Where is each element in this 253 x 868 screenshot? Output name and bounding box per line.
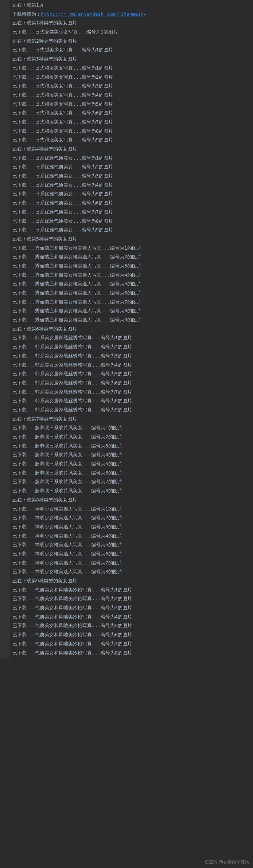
download-item: 已下载...超养眼日系胶片风美女...编号为3的图片	[12, 442, 250, 451]
download-item: 已下载...韩系美女居家黑丝诱惑写真...编号为5的图片	[12, 370, 250, 379]
download-item: 已下载...秀丽端庄和服美女唯美迷人写真...编号为6的图片	[12, 289, 250, 298]
category-heading: 正在下载第2种类型的美女图片	[12, 37, 250, 46]
download-item: 已下载...韩系美女居家黑丝诱惑写真...编号为4的图片	[12, 361, 250, 370]
download-item: 已下载...韩系美女居家黑丝诱惑写真...编号为9的图片	[12, 406, 250, 415]
download-item: 已下载...秀丽端庄和服美女唯美迷人写真...编号为4的图片	[12, 271, 250, 280]
download-item: 已下载...日系优雅气质美女...编号为5的图片	[12, 189, 250, 199]
download-item: 已下载...日系优雅气质美女...编号为4的图片	[12, 181, 250, 190]
download-item: 已下载...神明少女唯美迷人写真...编号为2的图片	[12, 513, 250, 523]
category-heading: 正在下载第5种类型的美女图片	[12, 235, 250, 244]
output-line: 正在下载第1页	[12, 1, 250, 10]
download-item: 已下载...气质美女和风唯美冷艳写真...编号为8的图片	[12, 649, 250, 658]
download-item: 已下载...秀丽端庄和服美女唯美迷人写真...编号为8的图片	[12, 306, 250, 316]
download-item: 已下载...日系优雅气质美女...编号为1的图片	[12, 154, 250, 163]
category-heading: 正在下载第1种类型的美女图片	[12, 19, 250, 28]
download-item: 已下载...日系优雅气质美女...编号为7的图片	[12, 208, 250, 217]
console-output: 正在下载第1页 下载链接为：https://m.mm.enterdesk.com…	[10, 0, 253, 658]
download-item: 已下载...气质美女和风唯美冷艳写真...编号为7的图片	[12, 640, 250, 649]
download-item: 已下载...日式和服美女写真...编号为3的图片	[12, 82, 250, 91]
category-heading: 正在下载第9种类型的美女图片	[12, 576, 250, 586]
download-item: 已下载...气质美女和风唯美冷艳写真...编号为2的图片	[12, 594, 250, 603]
download-url[interactable]: https://m.mm.enterdesk.com/rihanmeinv	[41, 11, 147, 17]
download-item: 已下载...神明少女唯美迷人写真...编号为4的图片	[12, 532, 250, 541]
download-item: 已下载...日系优雅气质美女...编号为6的图片	[12, 199, 250, 208]
download-item: 已下载...韩系美女居家黑丝诱惑写真...编号为1的图片	[12, 333, 250, 343]
download-item: 已下载...日系优雅气质美女...编号为3的图片	[12, 172, 250, 181]
download-item: 已下载...神明少女唯美迷人写真...编号为5的图片	[12, 540, 250, 550]
download-item: 已下载...气质美女和风唯美冷艳写真...编号为1的图片	[12, 586, 250, 595]
download-item: 已下载...秀丽端庄和服美女唯美迷人写真...编号为9的图片	[12, 316, 250, 325]
download-item: 已下载...秀丽端庄和服美女唯美迷人写真...编号为2的图片	[12, 253, 250, 262]
download-item: 已下载...日式和服美女写真...编号为4的图片	[12, 91, 250, 100]
download-item: 已下载...韩系美女居家黑丝诱惑写真...编号为3的图片	[12, 352, 250, 361]
download-item: 已下载...神明少女唯美迷人写真...编号为6的图片	[12, 550, 250, 559]
category-heading: 正在下载第4种类型的美女图片	[12, 145, 250, 154]
download-item: 已下载...日式和服美女写真...编号为2的图片	[12, 73, 250, 82]
category-heading: 正在下载第3种类型的美女图片	[12, 55, 250, 64]
download-item: 已下载...韩系美女居家黑丝诱惑写真...编号为2的图片	[12, 343, 250, 352]
category-heading: 正在下载第6种类型的美女图片	[12, 325, 250, 334]
url-prefix: 下载链接为：	[12, 11, 41, 17]
category-heading: 正在下载第7种类型的美女图片	[12, 415, 250, 424]
download-item: 已下载...日系优雅气质美女...编号为9的图片	[12, 226, 250, 235]
download-item: 已下载...超养眼日系胶片风美女...编号为6的图片	[12, 469, 250, 478]
download-item: 已下载...日式和服美女写真...编号为7的图片	[12, 118, 250, 127]
download-item: 已下载...气质美女和风唯美冷艳写真...编号为4的图片	[12, 613, 250, 622]
download-item: 已下载...秀丽端庄和服美女唯美迷人写真...编号为3的图片	[12, 262, 250, 271]
output-line-url: 下载链接为：https://m.mm.enterdesk.com/rihanme…	[12, 10, 250, 19]
category-heading: 正在下载第8种类型的美女图片	[12, 496, 250, 505]
download-item: 已下载...韩系美女居家黑丝诱惑写真...编号为7的图片	[12, 388, 250, 397]
download-item: 已下载...气质美女和风唯美冷艳写真...编号为5的图片	[12, 621, 250, 630]
download-item: 已下载...日式爱笑美少女写真...编号为1的图片	[12, 28, 250, 37]
download-item: 已下载...秀丽端庄和服美女唯美迷人写真...编号为7的图片	[12, 298, 250, 307]
download-item: 已下载...日式和服美女写真...编号为5的图片	[12, 100, 250, 109]
download-item: 已下载...日式甜美少女写真...编号为1的图片	[12, 46, 250, 55]
download-item: 已下载...神明少女唯美迷人写真...编号为7的图片	[12, 559, 250, 568]
download-item: 已下载...超养眼日系胶片风美女...编号为2的图片	[12, 433, 250, 442]
download-item: 已下载...超养眼日系胶片风美女...编号为8的图片	[12, 486, 250, 496]
download-item: 已下载...日式和服美女写真...编号为1的图片	[12, 64, 250, 73]
download-item: 已下载...日系优雅气质美女...编号为8的图片	[12, 217, 250, 226]
download-item: 已下载...超养眼日系胶片风美女...编号为1的图片	[12, 423, 250, 433]
download-item: 已下载...神明少女唯美迷人写真...编号为3的图片	[12, 523, 250, 532]
download-item: 已下载...秀丽端庄和服美女唯美迷人写真...编号为1的图片	[12, 244, 250, 253]
download-item: 已下载...韩系美女居家黑丝诱惑写真...编号为8的图片	[12, 396, 250, 406]
download-item: 已下载...气质美女和风唯美冷艳写真...编号为6的图片	[12, 630, 250, 640]
download-item: 已下载...日式和服美女写真...编号为9的图片	[12, 136, 250, 145]
download-item: 已下载...日式和服美女写真...编号为6的图片	[12, 109, 250, 118]
download-item: 已下载...超养眼日系胶片风美女...编号为5的图片	[12, 460, 250, 469]
download-item: 已下载...超养眼日系胶片风美女...编号为4的图片	[12, 450, 250, 460]
download-item: 已下载...神明少女唯美迷人写真...编号为8的图片	[12, 567, 250, 576]
download-item: 已下载...秀丽端庄和服美女唯美迷人写真...编号为5的图片	[12, 279, 250, 289]
download-item: 已下载...超养眼日系胶片风美女...编号为7的图片	[12, 477, 250, 486]
download-item: 已下载...气质美女和风唯美冷艳写真...编号为3的图片	[12, 603, 250, 613]
download-item: 已下载...日系优雅气质美女...编号为2的图片	[12, 163, 250, 172]
editor-gutter	[0, 0, 10, 658]
download-item: 已下载...神明少女唯美迷人写真...编号为1的图片	[12, 505, 250, 514]
download-item: 已下载...韩系美女居家黑丝诱惑写真...编号为6的图片	[12, 379, 250, 388]
download-item: 已下载...日式和服美女写真...编号为8的图片	[12, 127, 250, 136]
